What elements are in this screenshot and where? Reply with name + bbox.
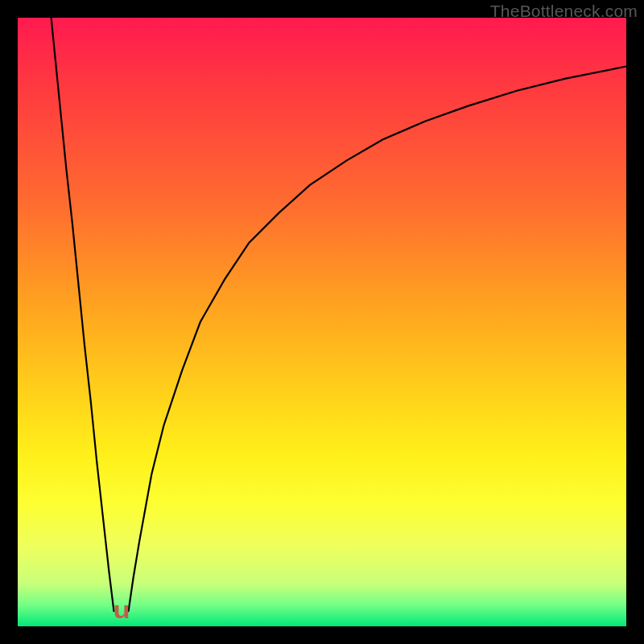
curve-right-branch (129, 66, 626, 611)
watermark-label: TheBottleneck.com (490, 2, 638, 21)
bottleneck-curve (18, 18, 626, 626)
outer-frame: u TheBottleneck.com (0, 0, 644, 644)
plot-area: u (18, 18, 626, 626)
bottleneck-marker: u (113, 598, 130, 622)
curve-left-branch (52, 18, 114, 611)
